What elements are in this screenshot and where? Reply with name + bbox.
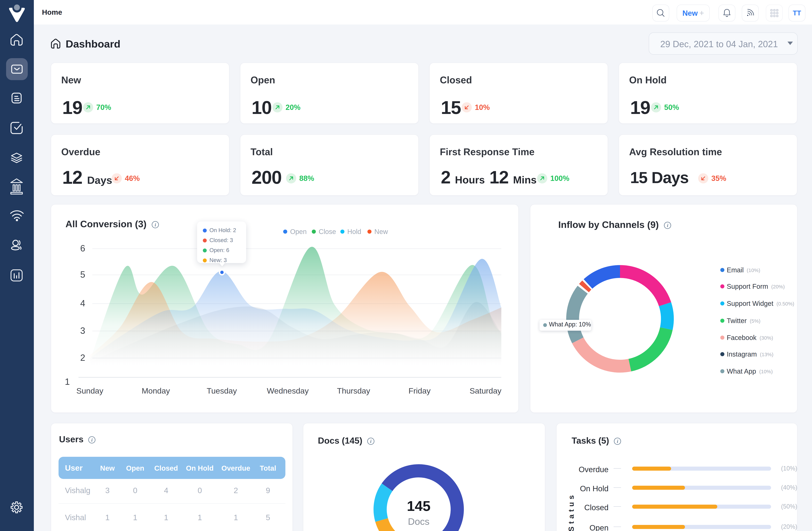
svg-text:What App: What App [727,368,756,375]
svg-text:Sunday: Sunday [76,386,103,395]
svg-text:Saturday: Saturday [469,386,502,395]
svg-text:Email: Email [727,266,744,274]
svg-text:145: 145 [407,498,431,514]
svg-text:Tuesday: Tuesday [207,386,237,395]
svg-text:(5%): (5%) [750,318,760,324]
svg-text:(10%): (10%) [747,267,760,273]
svg-text:Close: Close [319,228,336,235]
svg-text:Monday: Monday [142,386,170,395]
svg-text:Support Widget: Support Widget [727,300,773,307]
svg-text:(10%): (10%) [759,369,773,374]
svg-text:(20%): (20%) [771,284,785,290]
svg-text:New: New [374,228,388,235]
svg-text:(30%): (30%) [759,335,773,341]
svg-text:(0.50%): (0.50%) [777,301,794,307]
svg-text:Docs: Docs [408,516,430,527]
svg-text:Thursday: Thursday [337,386,370,395]
svg-text:1: 1 [65,377,70,387]
svg-text:Wednesday: Wednesday [267,386,309,395]
svg-text:Instagram: Instagram [727,351,757,358]
svg-text:Facebook: Facebook [727,334,757,341]
svg-text:Twitter: Twitter [727,317,747,324]
svg-text:Open: Open [290,228,307,235]
svg-text:3: 3 [80,326,85,336]
svg-text:Hold: Hold [347,228,361,235]
svg-text:4: 4 [80,298,85,308]
svg-text:6: 6 [80,243,85,253]
svg-text:5: 5 [80,269,85,279]
svg-text:Friday: Friday [408,386,431,395]
svg-text:(13%): (13%) [760,352,773,357]
svg-text:Support Form: Support Form [727,283,768,290]
svg-text:2: 2 [80,353,85,363]
